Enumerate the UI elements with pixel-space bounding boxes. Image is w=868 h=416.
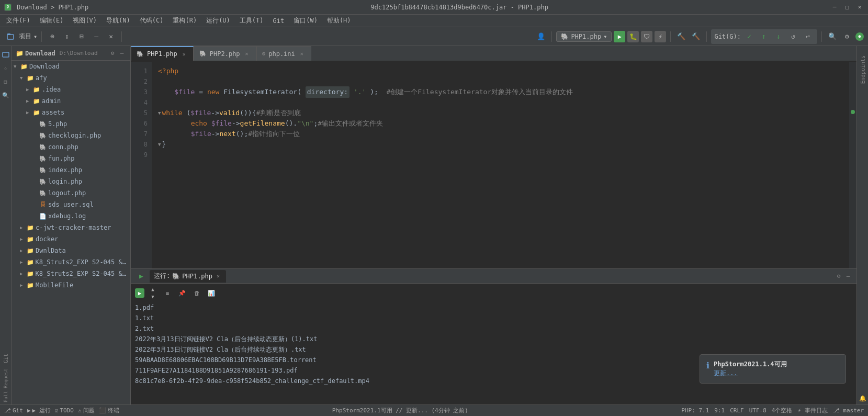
tree-item-admin[interactable]: ▶ 📁 admin xyxy=(12,95,130,107)
clear-button[interactable]: 🗑 xyxy=(190,287,203,299)
sidebar-pullrequest-icon[interactable]: Pull Request xyxy=(0,366,12,404)
search-button[interactable]: 🔍 xyxy=(826,30,839,43)
wrap-button[interactable]: ≡ xyxy=(161,287,174,299)
code-area[interactable]: <?php $file = new FilesystemIterator( di… xyxy=(152,62,849,268)
profile-button[interactable]: ⚡ xyxy=(655,31,666,42)
panel-collapse-icon[interactable]: — xyxy=(118,49,126,58)
tree-item-5php[interactable]: 🐘 5.php xyxy=(12,118,130,130)
tree-item-jwt[interactable]: ▶ 📁 c-jwt-cracker-master xyxy=(12,222,130,233)
tab-close-button[interactable]: ✕ xyxy=(181,50,188,58)
status-php-version[interactable]: PHP: 7.1 xyxy=(681,407,709,414)
tree-item-checklogin[interactable]: 🐘 checklogin.php xyxy=(12,130,130,141)
build-button[interactable]: 🔨 xyxy=(675,30,687,43)
status-indent[interactable]: 4个空格 xyxy=(772,407,793,414)
menu-navigate[interactable]: 导航(N) xyxy=(102,15,134,26)
panel-settings-icon[interactable]: ⚙ xyxy=(835,272,843,280)
git-down-button[interactable]: ↓ xyxy=(772,30,785,43)
run-restart-button[interactable]: ▶ xyxy=(135,288,144,298)
menu-view[interactable]: 视图(V) xyxy=(69,15,101,26)
menu-help[interactable]: 帮助(H) xyxy=(323,15,355,26)
panel-minimize-icon[interactable]: — xyxy=(844,272,852,280)
right-sidebar-endpoints[interactable]: Endpoints xyxy=(856,53,869,86)
debug-button[interactable]: 🐛 xyxy=(627,31,639,42)
pin-button[interactable]: 📌 xyxy=(176,287,188,299)
minimize-button[interactable]: ─ xyxy=(830,3,839,12)
tree-item-k8-2[interactable]: ▶ 📁 K8_Struts2_EXP S2-045 & 包 xyxy=(12,268,130,279)
add-button[interactable]: ⊕ xyxy=(46,30,59,43)
scroll-down-button[interactable]: ▼ xyxy=(146,293,159,300)
tree-item-login[interactable]: 🐘 login.php xyxy=(12,176,130,187)
project-label[interactable]: 项目 ▾ xyxy=(19,32,37,41)
menu-edit[interactable]: 编辑(E) xyxy=(36,15,68,26)
git-up-button[interactable]: ↑ xyxy=(758,30,770,43)
status-line-ending[interactable]: CRLF xyxy=(730,407,744,414)
status-terminal[interactable]: ⬛ 终端 xyxy=(99,407,119,414)
tab-phpini[interactable]: ⚙ php.ini ✕ xyxy=(256,46,311,61)
panel-gear-icon[interactable]: ⚙ xyxy=(108,49,117,58)
tab-php1[interactable]: 🐘 PHP1.php ✕ xyxy=(131,46,194,61)
sidebar-project-icon[interactable] xyxy=(0,48,12,61)
sidebar-structure-icon[interactable]: ⊟ xyxy=(0,75,12,88)
run-configuration[interactable]: 🐘 PHP1.php ▾ xyxy=(556,31,612,42)
tab-close-button[interactable]: ✕ xyxy=(243,50,251,58)
user-icon[interactable]: 👤 xyxy=(535,30,547,43)
scroll-up-button[interactable]: ▲ xyxy=(146,286,159,293)
tree-item-download[interactable]: ▼ 📁 Download xyxy=(12,61,130,72)
coverage-button[interactable]: 🛡 xyxy=(641,31,652,42)
sidebar-bookmark-icon[interactable]: ☆ xyxy=(0,62,12,74)
tree-item-logout[interactable]: 🐘 logout.php xyxy=(12,187,130,199)
status-run[interactable]: ▶ ▶ 运行 xyxy=(27,407,51,414)
tree-item-k8-1[interactable]: ▶ 📁 K8_Struts2_EXP S2-045 & 包 xyxy=(12,256,130,268)
tab-php2[interactable]: 🐘 PHP2.php ✕ xyxy=(194,46,256,61)
sync-button[interactable]: ↕ xyxy=(61,30,73,43)
expand-button[interactable]: — xyxy=(90,30,103,43)
close-panel-button[interactable]: ✕ xyxy=(105,30,117,43)
tree-item-index[interactable]: 🐘 index.php xyxy=(12,164,130,176)
menu-refactor[interactable]: 重构(R) xyxy=(168,15,201,26)
status-problems[interactable]: ⚠ 问题 xyxy=(78,407,95,414)
git-revert-button[interactable]: ↩ xyxy=(802,30,814,43)
results-button[interactable]: 📊 xyxy=(205,287,218,299)
tree-item-dwnldata[interactable]: ▶ 📁 DwnlData xyxy=(12,245,130,256)
sidebar-git-icon[interactable]: Git xyxy=(0,352,12,365)
svg-text:P: P xyxy=(7,5,9,10)
tab-close-button[interactable]: ✕ xyxy=(298,50,306,58)
close-button[interactable]: ✕ xyxy=(855,3,864,12)
window-controls[interactable]: ─ □ ✕ xyxy=(830,3,864,12)
tree-item-conn[interactable]: 🐘 conn.php xyxy=(12,141,130,153)
menu-git[interactable]: Git xyxy=(269,16,289,26)
status-branch[interactable]: ⎇ master xyxy=(833,407,864,414)
sidebar-search-icon[interactable]: 🔍 xyxy=(0,89,12,102)
tree-item-afy[interactable]: ▼ 📁 afy xyxy=(12,72,130,84)
settings-button[interactable]: ⚙ xyxy=(841,30,853,43)
tree-item-sql[interactable]: 🗄 sds_user.sql xyxy=(12,199,130,210)
status-event-log[interactable]: ⚡ 事件日志 xyxy=(797,407,827,414)
tree-item-docker[interactable]: ▶ 📁 docker xyxy=(12,233,130,245)
git-history-button[interactable]: ↺ xyxy=(787,30,799,43)
right-sidebar-structure[interactable]: 结构 xyxy=(856,48,869,52)
status-encoding[interactable]: UTF-8 xyxy=(749,407,766,414)
maximize-button[interactable]: □ xyxy=(843,3,851,12)
menu-run[interactable]: 运行(U) xyxy=(202,15,234,26)
git-check-button[interactable]: ✓ xyxy=(743,30,756,43)
tree-item-fun[interactable]: 🐘 fun.php xyxy=(12,153,130,164)
menu-window[interactable]: 窗口(W) xyxy=(289,15,322,26)
title-bar: P Download > PHP1.php 9dc125bf1b84478cb1… xyxy=(0,0,868,15)
status-position[interactable]: 9:1 xyxy=(714,407,725,414)
tree-item-assets[interactable]: ▶ 📁 assets xyxy=(12,107,130,118)
tree-item-mobile[interactable]: ▶ 📁 MobileFile xyxy=(12,279,130,291)
tree-item-idea[interactable]: ▶ 📁 .idea xyxy=(12,84,130,95)
bottom-tab-run[interactable]: 运行: 🐘 PHP1.php ✕ xyxy=(150,270,226,283)
menu-file[interactable]: 文件(F) xyxy=(2,15,35,26)
status-git[interactable]: ⎇ Git xyxy=(4,407,23,414)
tree-item-log[interactable]: 📄 xdebug.log xyxy=(12,210,130,222)
menu-tools[interactable]: 工具(T) xyxy=(235,15,268,26)
collapse-button[interactable]: ⊟ xyxy=(75,30,88,43)
right-sidebar-notifications[interactable]: 🔔 xyxy=(856,392,869,404)
bottom-tab-close[interactable]: ✕ xyxy=(215,273,222,280)
run-button[interactable]: ▶ xyxy=(614,31,625,42)
notification-link[interactable]: 更新... xyxy=(714,369,839,378)
status-todo[interactable]: ☑ TODO xyxy=(55,407,74,414)
build2-button[interactable]: 🔨 xyxy=(690,30,702,43)
menu-code[interactable]: 代码(C) xyxy=(136,15,168,26)
